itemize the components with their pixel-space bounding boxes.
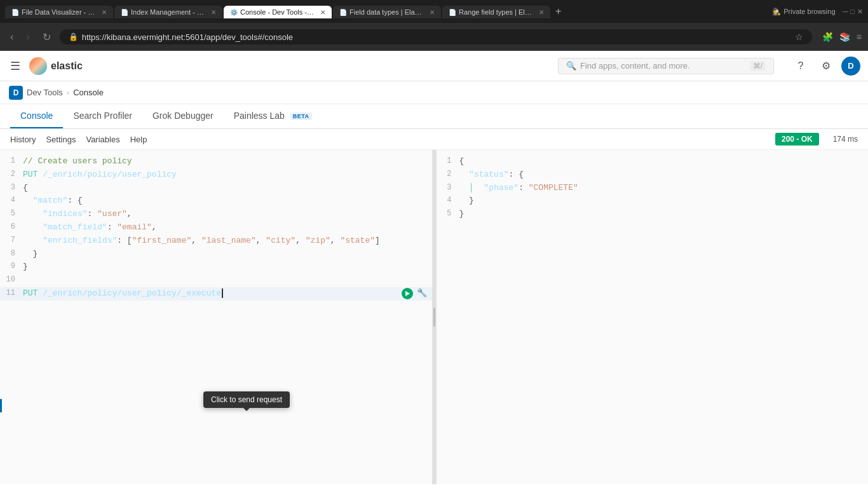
editor-area: 1 // Create users policy 2 PUT /_enrich/…	[0, 150, 868, 484]
tab-console[interactable]: Console	[10, 104, 63, 128]
code-line-7: 7 "enrich_fields": ["first_name", "last_…	[0, 234, 432, 248]
editor-pane[interactable]: 1 // Create users policy 2 PUT /_enrich/…	[0, 150, 433, 484]
bookmark-icon[interactable]: ☆	[795, 32, 803, 42]
bookmark-manager-button[interactable]: 📚	[839, 32, 850, 42]
active-line-indicator	[0, 399, 2, 412]
browser-tab-4[interactable]: 📄 Field data types | ElasticS... ✕	[333, 6, 441, 18]
code-line-5: 5 "indices": "user",	[0, 208, 432, 221]
app-header: ☰ elastic 🔍 Find apps, content, and more…	[0, 51, 868, 81]
code-line-3: 3 {	[0, 182, 432, 195]
browser-chrome: 📄 File Data Visualizer - Mac... ✕ 📄 Inde…	[0, 0, 868, 23]
code-editor[interactable]: 1 // Create users policy 2 PUT /_enrich/…	[0, 150, 432, 306]
new-tab-button[interactable]: +	[552, 4, 565, 18]
beta-badge: BETA	[290, 112, 312, 120]
code-line-6: 6 "match_field": "email",	[0, 221, 432, 234]
tab-painless-lab[interactable]: Painless Lab BETA	[224, 104, 322, 128]
help-button[interactable]: ?	[790, 56, 811, 76]
console-toolbar: History Settings Variables Help 200 - OK…	[0, 129, 868, 150]
code-line-10: 10	[0, 274, 432, 287]
run-request-button[interactable]	[402, 288, 413, 299]
browser-tabs: 📄 File Data Visualizer - Mac... ✕ 📄 Inde…	[5, 4, 768, 18]
private-icon: 🕵	[772, 8, 781, 16]
private-badge: 🕵 Private browsing ─ □ ✕	[772, 8, 863, 16]
back-button[interactable]: ‹	[6, 29, 17, 45]
breadcrumb-separator: ›	[67, 88, 69, 97]
code-line-4: 4 "match": {	[0, 194, 432, 208]
tooltip: Click to send request	[203, 391, 290, 408]
hamburger-menu-button[interactable]: ☰	[8, 57, 23, 76]
app-logo: elastic	[29, 57, 83, 75]
browser-action-buttons: 🧩 📚 ≡	[822, 32, 862, 42]
maximize-icon[interactable]: □	[850, 8, 855, 15]
status-badge: 200 - OK	[775, 133, 819, 146]
settings-button[interactable]: Settings	[46, 133, 76, 146]
code-line-9: 9 }	[0, 261, 432, 274]
options-icon[interactable]: 🔧	[417, 287, 427, 301]
browser-tab-5[interactable]: 📄 Range field types | Elastic... ✕	[442, 6, 550, 18]
tab-search-profiler[interactable]: Search Profiler	[63, 104, 142, 128]
lock-icon: 🔒	[69, 32, 78, 41]
close-window-icon[interactable]: ✕	[857, 8, 863, 16]
elastic-logo-icon	[29, 57, 47, 75]
response-line-4: 4 }	[437, 194, 869, 208]
section-icon: D	[9, 86, 23, 100]
response-editor: 1 { 2 "status": { 3 │ "phase": "COMPLETE…	[437, 150, 869, 226]
help-button[interactable]: Help	[130, 133, 147, 146]
response-line-3: 3 │ "phase": "COMPLETE"	[437, 182, 869, 195]
response-pane: 1 { 2 "status": { 3 │ "phase": "COMPLETE…	[437, 150, 869, 484]
forward-button[interactable]: ›	[22, 29, 33, 45]
user-avatar[interactable]: D	[841, 57, 860, 76]
global-search-bar[interactable]: 🔍 Find apps, content, and more. ⌘/	[558, 58, 774, 74]
svg-marker-0	[405, 291, 410, 296]
header-actions: ? ⚙ D	[790, 56, 860, 76]
breadcrumb-devtools[interactable]: Dev Tools	[27, 88, 63, 97]
tab-close-5[interactable]: ✕	[539, 9, 544, 16]
address-bar[interactable]: 🔒 https://kibana.evermight.net:5601/app/…	[60, 29, 812, 44]
tab-close-3[interactable]: ✕	[320, 9, 325, 16]
timing-badge: 174 ms	[833, 135, 858, 144]
browser-tab-1[interactable]: 📄 File Data Visualizer - Mac... ✕	[5, 6, 113, 18]
variables-button[interactable]: Variables	[86, 133, 119, 146]
breadcrumb-current: Console	[73, 88, 104, 97]
browser-tab-3[interactable]: ⚙️ Console - Dev Tools - Ela... ✕	[224, 6, 332, 18]
minimize-icon[interactable]: ─	[843, 8, 848, 15]
divider-handle	[433, 308, 435, 327]
breadcrumb: D Dev Tools › Console	[0, 81, 868, 104]
search-shortcut-badge: ⌘/	[750, 61, 766, 71]
code-line-1: 1 // Create users policy	[0, 155, 432, 168]
response-line-5: 5 }	[437, 208, 869, 221]
reload-button[interactable]: ↻	[39, 29, 55, 46]
devtools-tab-bar: Console Search Profiler Grok Debugger Pa…	[0, 104, 868, 129]
settings-button[interactable]: ⚙	[816, 56, 836, 76]
browser-tab-2[interactable]: 📄 Index Management - Ela... ✕	[114, 6, 222, 18]
browser-menu-button[interactable]: ≡	[857, 32, 862, 42]
response-line-2: 2 "status": {	[437, 168, 869, 182]
search-icon: 🔍	[566, 61, 576, 71]
tab-grok-debugger[interactable]: Grok Debugger	[142, 104, 224, 128]
code-line-8: 8 }	[0, 248, 432, 261]
response-line-1: 1 {	[437, 155, 869, 168]
code-line-11: 11 PUT /_enrich/policy/user_policy/_exec…	[0, 287, 432, 301]
code-line-2: 2 PUT /_enrich/policy/user_policy	[0, 168, 432, 182]
tab-close-2[interactable]: ✕	[211, 9, 216, 16]
tab-close-1[interactable]: ✕	[102, 9, 107, 16]
history-button[interactable]: History	[10, 133, 36, 146]
address-bar-row: ‹ › ↻ 🔒 https://kibana.evermight.net:560…	[0, 23, 868, 51]
extensions-button[interactable]: 🧩	[822, 32, 833, 42]
tab-close-4[interactable]: ✕	[430, 9, 435, 16]
